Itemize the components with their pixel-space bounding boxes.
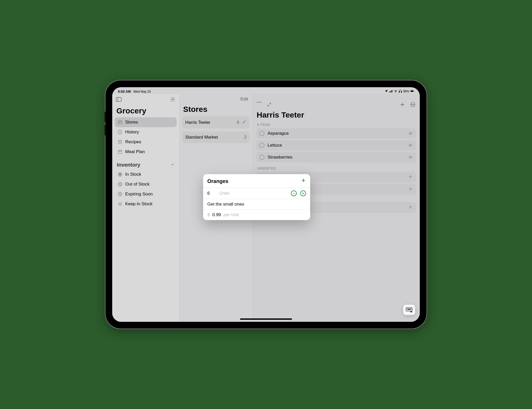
price-per-label: per Unit <box>224 212 239 217</box>
sidebar-item-meal-plan[interactable]: Meal Plan <box>115 147 177 157</box>
svg-point-23 <box>119 183 121 185</box>
svg-rect-3 <box>392 90 392 92</box>
item-check-circle[interactable] <box>259 143 264 148</box>
battery-icon <box>410 89 414 94</box>
in-stock-icon <box>117 172 123 177</box>
store-name: Standard Market <box>185 135 218 140</box>
item-row[interactable]: Lettuce <box>256 140 416 151</box>
keyboard-button[interactable] <box>403 305 415 315</box>
item-check-circle[interactable] <box>259 155 264 160</box>
out-of-stock-icon <box>117 182 123 187</box>
store-cell-harris-teeter[interactable]: Harris Teeter 6 <box>182 116 250 128</box>
volume-up-button[interactable] <box>104 112 105 122</box>
svg-point-49 <box>410 308 410 309</box>
sidebar-item-recipes[interactable]: Recipes <box>115 137 177 147</box>
price-amount[interactable]: 0.99 <box>212 212 221 217</box>
item-check-circle[interactable] <box>259 131 264 136</box>
sort-up-icon[interactable] <box>408 174 413 180</box>
status-date: Wed May 25 <box>133 90 151 93</box>
sidebar-item-history[interactable]: History <box>115 127 177 137</box>
svg-rect-0 <box>389 92 390 92</box>
more-menu-button[interactable] <box>410 102 416 108</box>
svg-point-11 <box>172 99 174 100</box>
inventory-section-header[interactable]: Inventory <box>115 157 177 169</box>
svg-point-33 <box>414 104 414 105</box>
keep-in-stock-icon <box>117 201 123 207</box>
svg-point-31 <box>411 104 412 105</box>
ipad-frame: 5:02 AM Wed May 25 96% Grocery <box>105 80 427 329</box>
item-count-label: 6 ITEMS <box>256 120 416 128</box>
drag-handle-icon[interactable] <box>408 131 413 136</box>
unsorted-label: UNSORTED <box>256 164 416 172</box>
add-item-button[interactable] <box>400 102 405 108</box>
expand-icon[interactable] <box>267 102 271 108</box>
edit-button[interactable]: Edit <box>241 97 248 102</box>
svg-rect-7 <box>411 90 413 92</box>
headphones-icon <box>398 89 402 94</box>
location-icon <box>384 89 388 94</box>
volume-down-button[interactable] <box>104 125 105 135</box>
chevron-down-icon <box>170 162 175 168</box>
store-cell-standard-market[interactable]: Standard Market 2 <box>182 132 250 143</box>
store-count: 6 <box>237 120 239 125</box>
item-name: Lettuce <box>268 143 282 148</box>
drag-handle-icon[interactable] <box>408 143 413 148</box>
item-name: Asparagus <box>268 131 289 136</box>
sidebar-item-out-of-stock[interactable]: Out of Stock <box>115 179 177 189</box>
quantity-value[interactable]: 6 <box>207 191 217 196</box>
wifi-icon <box>394 89 397 94</box>
svg-rect-53 <box>408 309 410 310</box>
inventory-header-label: Inventory <box>117 162 140 168</box>
quantity-decrement-button[interactable]: − <box>291 190 297 196</box>
svg-rect-5 <box>401 91 402 92</box>
sidebar-title: Grocery <box>115 106 177 117</box>
sidebar-toggle-icon[interactable] <box>116 97 122 103</box>
sidebar-item-label: Keep in Stock <box>125 201 152 207</box>
sidebar-item-label: Meal Plan <box>125 149 145 154</box>
sidebar-item-keep-in-stock[interactable]: Keep in Stock <box>115 199 177 209</box>
sidebar-item-label: Recipes <box>125 139 141 145</box>
checkmark-icon <box>242 119 247 125</box>
svg-rect-9 <box>116 97 121 101</box>
svg-point-21 <box>119 174 121 175</box>
settings-gear-icon[interactable] <box>170 97 176 103</box>
svg-rect-4 <box>399 91 400 92</box>
svg-point-54 <box>411 311 412 312</box>
sidebar-item-in-stock[interactable]: In Stock <box>115 169 177 179</box>
recipe-icon <box>117 139 123 145</box>
sidebar-item-stores[interactable]: Stores <box>115 117 177 127</box>
item-row[interactable]: Strawberries <box>256 152 416 162</box>
battery-percent: 96% <box>403 90 409 93</box>
sidebar-item-expiring-soon[interactable]: Expiring Soon <box>115 189 177 199</box>
svg-point-52 <box>411 309 411 310</box>
window-dots-icon[interactable]: ••• <box>257 100 262 104</box>
price-currency: $ <box>207 212 210 217</box>
screen: 5:02 AM Wed May 25 96% Grocery <box>112 87 420 322</box>
svg-rect-8 <box>414 91 414 91</box>
stores-title: Stores <box>182 105 250 116</box>
item-name: Strawberries <box>268 155 292 160</box>
sort-up-icon[interactable] <box>408 205 413 210</box>
sidebar: Grocery Stores History Recipes Meal Plan <box>112 94 179 322</box>
svg-rect-2 <box>391 90 391 92</box>
home-indicator[interactable] <box>240 318 292 320</box>
units-placeholder[interactable]: Units <box>219 191 229 196</box>
svg-point-22 <box>118 182 122 186</box>
drag-handle-icon[interactable] <box>408 155 413 160</box>
svg-rect-16 <box>118 150 122 154</box>
svg-point-48 <box>409 308 409 309</box>
expiring-icon <box>117 192 123 197</box>
item-note-field[interactable]: Get the small ones <box>207 202 244 207</box>
sort-up-icon[interactable] <box>408 187 413 192</box>
item-row[interactable]: Asparagus <box>256 128 416 139</box>
svg-point-32 <box>413 104 413 105</box>
popover-item-name[interactable]: Oranges <box>207 178 228 184</box>
sidebar-item-label: Out of Stock <box>125 182 150 187</box>
sidebar-item-label: Stores <box>125 120 138 125</box>
store-name: Harris Teeter <box>185 120 210 125</box>
sidebar-item-label: History <box>125 129 139 135</box>
quantity-increment-button[interactable]: + <box>300 190 306 196</box>
popover-add-icon[interactable] <box>301 178 306 185</box>
svg-point-47 <box>408 308 408 309</box>
store-count: 2 <box>244 135 247 140</box>
